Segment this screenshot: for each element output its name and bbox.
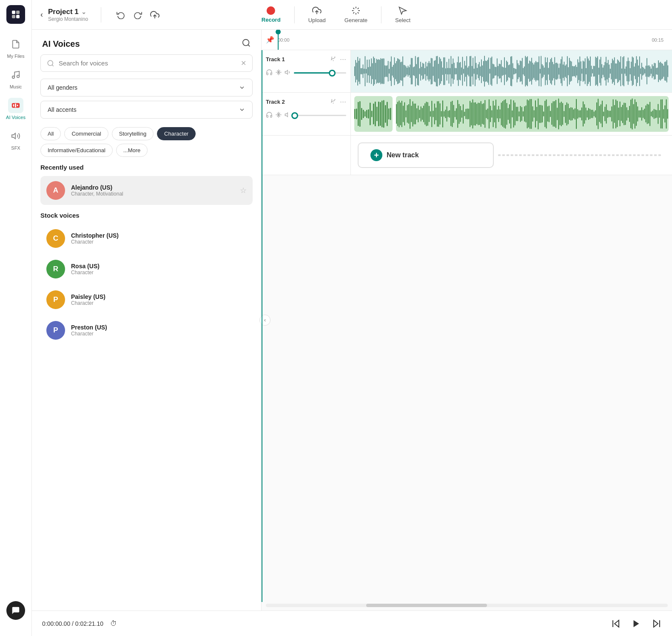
track-1-controls: Track 1 ⋯: [262, 50, 351, 92]
svg-rect-242: [578, 59, 578, 83]
svg-rect-243: [578, 62, 579, 80]
svg-rect-106: [435, 60, 436, 82]
track-2-headphone-icon[interactable]: [266, 111, 273, 119]
svg-rect-261: [597, 56, 598, 86]
tag-commercial[interactable]: Commercial: [64, 127, 108, 140]
svg-rect-469: [553, 101, 554, 127]
svg-rect-324: [663, 65, 664, 77]
svg-rect-543: [654, 109, 655, 119]
select-button[interactable]: Select: [387, 3, 419, 26]
svg-rect-122: [452, 64, 453, 79]
upload-button[interactable]: Upload: [300, 3, 334, 26]
svg-rect-177: [510, 64, 510, 78]
project-dropdown-icon[interactable]: ⌄: [81, 9, 86, 15]
svg-rect-313: [652, 64, 653, 78]
svg-rect-552: [666, 99, 667, 128]
search-clear-button[interactable]: ✕: [241, 59, 246, 67]
panel-collapse-button[interactable]: ‹: [259, 315, 271, 326]
svg-rect-515: [615, 99, 616, 128]
tag-all[interactable]: All: [40, 127, 61, 140]
svg-line-16: [358, 12, 359, 14]
scrollbar-thumb[interactable]: [366, 604, 487, 607]
svg-rect-101: [430, 63, 430, 79]
svg-rect-474: [560, 102, 561, 125]
sidebar-item-music[interactable]: Music: [0, 63, 31, 94]
back-button[interactable]: ‹: [40, 10, 43, 19]
save-cloud-button[interactable]: [148, 8, 162, 22]
sidebar: My Files Music AI Voices: [0, 0, 32, 636]
search-input[interactable]: [59, 60, 236, 67]
svg-rect-449: [525, 105, 526, 122]
voice-tags: Character: [71, 270, 247, 275]
sidebar-item-ai-voices[interactable]: AI Voices: [0, 94, 31, 124]
track-2-pin-icon[interactable]: [330, 98, 336, 105]
track-2-more-icon[interactable]: ⋯: [340, 98, 346, 105]
svg-rect-484: [573, 109, 574, 118]
sidebar-item-my-files[interactable]: My Files: [0, 32, 31, 63]
track-2-name: Track 2: [266, 99, 285, 105]
svg-rect-239: [574, 66, 575, 76]
clock-icon[interactable]: ⏱: [110, 620, 117, 627]
horizontal-scrollbar[interactable]: [266, 604, 668, 607]
svg-rect-108: [437, 56, 438, 86]
stock-voice-item[interactable]: R Rosa (US) Character: [40, 255, 253, 284]
svg-rect-549: [662, 99, 663, 128]
track-1-more-icon[interactable]: ⋯: [340, 55, 346, 63]
svg-rect-118: [447, 68, 448, 75]
svg-rect-273: [610, 69, 611, 74]
track-1-pin-icon[interactable]: [330, 55, 336, 63]
svg-rect-188: [521, 61, 522, 81]
svg-rect-310: [649, 65, 649, 77]
svg-rect-104: [433, 66, 434, 76]
record-button[interactable]: Record: [253, 4, 289, 26]
svg-rect-266: [603, 68, 604, 75]
svg-rect-505: [602, 101, 603, 127]
svg-rect-405: [465, 109, 466, 119]
redo-button[interactable]: [131, 8, 145, 22]
stock-voice-item[interactable]: P Preston (US) Character: [40, 316, 253, 345]
svg-rect-508: [606, 104, 607, 124]
svg-rect-338: [364, 111, 366, 117]
new-track-button[interactable]: + New track: [358, 142, 494, 168]
svg-rect-184: [517, 60, 518, 82]
track-2-freeze-icon[interactable]: [275, 111, 282, 119]
stock-voice-item[interactable]: C Christopher (US) Character: [40, 224, 253, 253]
timeline-ruler: 00:00 00:15: [278, 30, 672, 50]
main-content: ‹ Project 1 ⌄ Sergio Montanino: [32, 0, 672, 636]
recently-used-voice[interactable]: A Alejandro (US) Character, Motivational…: [40, 176, 253, 205]
svg-rect-251: [587, 57, 588, 86]
tag-character[interactable]: Character: [157, 127, 196, 140]
svg-rect-124: [454, 62, 455, 80]
play-button[interactable]: [628, 615, 645, 632]
generate-button[interactable]: Generate: [336, 3, 376, 26]
pin-icon[interactable]: 📌: [266, 36, 274, 44]
star-icon[interactable]: ☆: [240, 186, 247, 195]
svg-rect-48: [374, 58, 375, 85]
svg-rect-290: [628, 57, 629, 85]
rewind-button[interactable]: [611, 619, 621, 629]
tag----more[interactable]: ...More: [116, 144, 148, 157]
undo-button[interactable]: [114, 8, 128, 22]
fast-forward-button[interactable]: [652, 619, 662, 629]
chat-bubble-button[interactable]: [6, 601, 25, 620]
search-bar[interactable]: ✕: [40, 54, 253, 72]
accent-dropdown[interactable]: All accents: [40, 101, 253, 119]
track-1-headphone-icon[interactable]: [266, 69, 273, 77]
svg-rect-312: [651, 68, 652, 74]
gender-dropdown[interactable]: All genders: [40, 79, 253, 97]
svg-rect-322: [661, 63, 662, 80]
tag-informative-educational[interactable]: Informative/Educational: [40, 144, 113, 157]
track-2-volume-icon[interactable]: [285, 111, 291, 119]
svg-rect-311: [650, 66, 651, 76]
svg-rect-217: [551, 58, 552, 85]
tag-storytelling[interactable]: Storytelling: [112, 127, 154, 140]
svg-rect-211: [545, 57, 546, 85]
svg-rect-65: [392, 67, 393, 76]
track-1-volume-icon[interactable]: [285, 69, 291, 77]
stock-voice-item[interactable]: P Paisley (US) Character: [40, 285, 253, 314]
sidebar-item-sfx[interactable]: SFX: [0, 124, 31, 155]
svg-rect-3: [16, 15, 20, 18]
voice-avatar: P: [46, 321, 65, 340]
track-1-freeze-icon[interactable]: [275, 69, 282, 77]
search-icon-button[interactable]: [242, 38, 251, 49]
